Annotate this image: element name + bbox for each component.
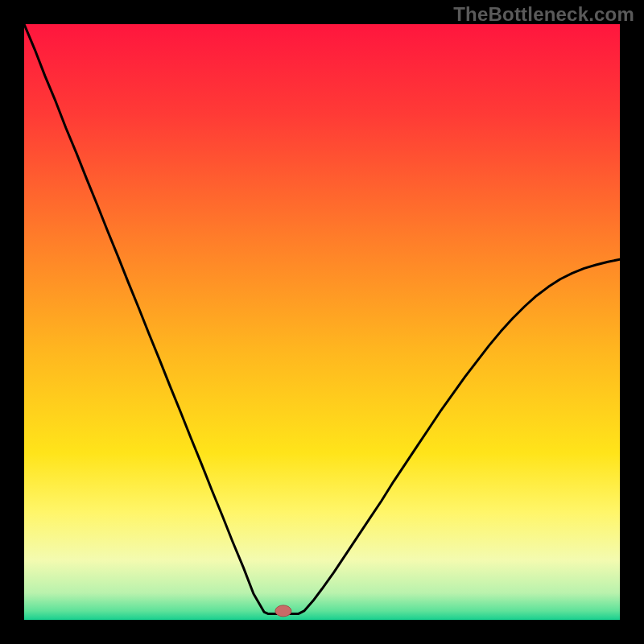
optimal-point-marker — [275, 605, 291, 617]
heat-background — [24, 24, 620, 620]
watermark-text: TheBottleneck.com — [453, 3, 634, 26]
chart-svg — [24, 24, 620, 620]
chart-frame: TheBottleneck.com — [0, 0, 644, 644]
plot-area — [24, 24, 620, 620]
